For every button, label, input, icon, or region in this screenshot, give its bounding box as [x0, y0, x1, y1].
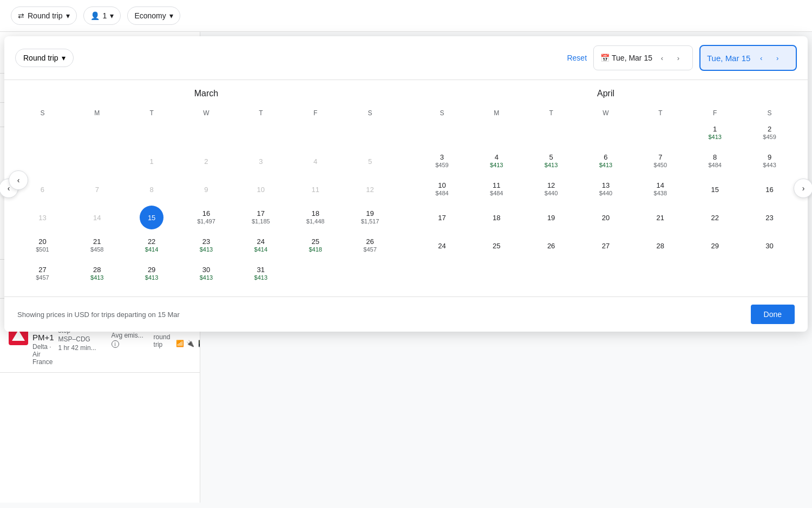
calendar-day-cell[interactable]: 1$413 [687, 119, 742, 147]
svg-marker-3 [12, 330, 25, 341]
calendar-day-cell[interactable]: 20 [579, 203, 633, 232]
return-date-next-button[interactable]: › [770, 50, 785, 65]
calendar-day-cell[interactable]: 5 [343, 147, 397, 175]
calendar-day-cell [524, 119, 579, 147]
calendar-day-cell[interactable]: 29$413 [125, 260, 179, 288]
calendar-day-cell[interactable]: 24 [415, 232, 469, 260]
calendar-day-cell[interactable]: 22 [687, 203, 742, 232]
round-trip-button[interactable]: ⇄ Round trip ▾ [11, 6, 77, 25]
calendar-day-cell[interactable]: 4$413 [469, 147, 524, 175]
calendar-day-cell[interactable]: 13$440 [579, 175, 633, 203]
calendar-day-cell[interactable]: 31$413 [233, 260, 288, 288]
back-chevron-icon: ‹ [17, 176, 20, 184]
calendar-day-cell[interactable]: 11$484 [469, 175, 524, 203]
march-col-thu: T [233, 107, 288, 119]
calendar-week-row: 6789101112 [15, 175, 397, 203]
calendar-day-cell[interactable]: 3 [233, 147, 288, 175]
calendar-day-cell [125, 119, 179, 147]
calendar-day-cell[interactable]: 6$413 [579, 147, 633, 175]
calendar-day-cell[interactable]: 24$414 [233, 232, 288, 260]
calendar-day-cell[interactable]: 9 [179, 175, 234, 203]
round-trip-icon: ⇄ [18, 11, 24, 20]
calendar-day-cell[interactable]: 16 [742, 175, 797, 203]
done-button[interactable]: Done [751, 305, 795, 324]
calendar-day-cell[interactable]: 30$413 [179, 260, 234, 288]
calendar-day-cell[interactable]: 8 [125, 175, 179, 203]
calendar-day-cell[interactable]: 25 [469, 232, 524, 260]
calendar-day-cell[interactable]: 8$484 [687, 147, 742, 175]
calendar-day-cell[interactable]: 15 [687, 175, 742, 203]
calendar-day-cell[interactable]: 16$1,497 [179, 203, 234, 232]
calendar-day-cell[interactable]: 26$457 [343, 232, 397, 260]
calendar-day-cell[interactable]: 28$413 [70, 260, 125, 288]
calendar-day-cell[interactable]: 23$413 [179, 232, 234, 260]
calendar-day-cell[interactable]: 4 [288, 147, 343, 175]
calendar-day-cell[interactable]: 21 [633, 203, 687, 232]
calendar-trip-type-button[interactable]: Round trip ▾ [15, 49, 74, 67]
march-title: March [15, 89, 397, 98]
wifi-icon-2: 📶 [176, 340, 184, 347]
calendar-day-cell[interactable]: 2$459 [742, 119, 797, 147]
person-icon: 👤 [90, 11, 100, 20]
calendar-header: Round trip ▾ Reset 📅 Tue, Mar 15 ‹ › Tue… [4, 36, 808, 80]
april-col-sun: S [415, 107, 469, 119]
calendar-day-cell[interactable]: 13 [15, 203, 70, 232]
calendar-day-cell[interactable]: 26 [524, 232, 579, 260]
calendar-day-cell[interactable]: 14$438 [633, 175, 687, 203]
calendar-day-cell[interactable]: 19 [524, 203, 579, 232]
calendar-day-cell[interactable]: 30 [742, 232, 797, 260]
calendar-trip-type-label: Round trip [23, 54, 58, 62]
calendar-day-cell[interactable]: 21$458 [70, 232, 125, 260]
calendar-day-cell[interactable]: 7 [70, 175, 125, 203]
departure-date-prev-button[interactable]: ‹ [654, 50, 670, 65]
calendar-day-cell[interactable]: 18$1,448 [288, 203, 343, 232]
departure-date-input[interactable]: 📅 Tue, Mar 15 ‹ › [593, 45, 693, 70]
march-col-fri: F [288, 107, 343, 119]
screen-icon-2: 📱 [197, 340, 200, 347]
calendar-day-cell [633, 119, 687, 147]
calendar-day-cell[interactable]: 3$459 [415, 147, 469, 175]
calendar-day-cell[interactable]: 27 [579, 232, 633, 260]
april-col-wed: W [579, 107, 633, 119]
calendar-day-cell[interactable]: 12$440 [524, 175, 579, 203]
calendar-day-cell [288, 119, 343, 147]
calendar-day-cell[interactable]: 18 [469, 203, 524, 232]
calendar-day-cell[interactable]: 10 [233, 175, 288, 203]
calendar-day-cell[interactable]: 7$450 [633, 147, 687, 175]
calendar-day-cell[interactable]: 29 [687, 232, 742, 260]
calendar-day-cell[interactable]: 19$1,517 [343, 203, 397, 232]
calendar-body: ‹ March S M T W T F S [4, 80, 808, 296]
calendar-week-row: 3$4594$4135$4136$4137$4508$4849$443 [415, 147, 797, 175]
calendar-day-cell[interactable]: 23 [742, 203, 797, 232]
calendar-day-cell[interactable]: 14 [70, 203, 125, 232]
passengers-chevron-icon: ▾ [110, 11, 114, 20]
calendar-day-cell[interactable]: 20$501 [15, 232, 70, 260]
calendar-day-cell[interactable]: 12 [343, 175, 397, 203]
calendar-day-cell[interactable]: 1 [125, 147, 179, 175]
reset-button[interactable]: Reset [567, 54, 587, 62]
calendar-day-cell[interactable]: 28 [633, 232, 687, 260]
calendar-day-cell[interactable]: 17 [415, 203, 469, 232]
calendar-day-cell[interactable]: 9$443 [742, 147, 797, 175]
calendar-day-cell [343, 119, 397, 147]
calendar-day-cell[interactable]: 22$414 [125, 232, 179, 260]
calendar-day-cell[interactable]: 5$413 [524, 147, 579, 175]
back-button[interactable]: ‹ [9, 170, 28, 190]
calendar-day-cell [179, 119, 234, 147]
calendar-day-cell [70, 119, 125, 147]
departure-date-next-button[interactable]: › [671, 50, 686, 65]
return-date-prev-button[interactable]: ‹ [754, 50, 769, 65]
passengers-button[interactable]: 👤 1 ▾ [83, 6, 121, 25]
calendar-day-cell[interactable]: 15 [125, 203, 179, 232]
calendar-day-cell[interactable]: 2 [179, 147, 234, 175]
flight-3-emission-info[interactable]: i [112, 340, 119, 348]
calendar-day-cell[interactable]: 17$1,185 [233, 203, 288, 232]
calendar-day-cell[interactable]: 27$457 [15, 260, 70, 288]
return-date-input[interactable]: Tue, Mar 15 ‹ › [699, 45, 797, 71]
calendar-day-cell[interactable]: 10$484 [415, 175, 469, 203]
calendar-day-cell[interactable]: 11 [288, 175, 343, 203]
cabin-class-button[interactable]: Economy ▾ [127, 6, 180, 25]
calendar-next-month-button[interactable]: › [794, 179, 812, 198]
calendar-day-cell [469, 119, 524, 147]
calendar-day-cell[interactable]: 25$418 [288, 232, 343, 260]
